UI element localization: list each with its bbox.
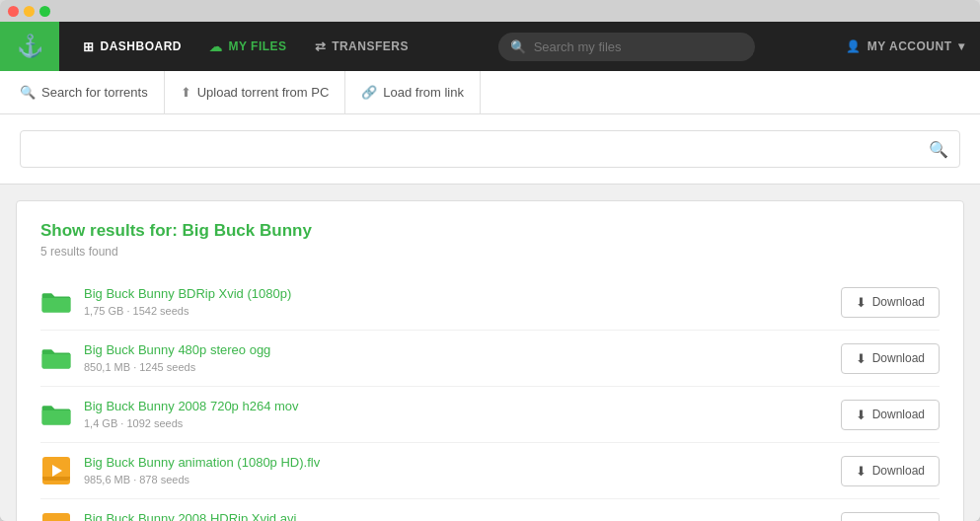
file-info-4: Big Buck Bunny 2008 HDRip Xvid avi 532 M… [84,511,829,521]
close-button[interactable] [8,6,19,17]
file-name-1[interactable]: Big Buck Bunny 480p stereo ogg [84,342,829,357]
minimize-button[interactable] [24,6,35,17]
result-row-0: Big Buck Bunny BDRip Xvid (1080p) 1,75 G… [40,274,940,331]
cloud-icon: ☁ [209,39,223,54]
results-title: Show results for: Big Buck Bunny [40,221,940,241]
file-info-3: Big Buck Bunny animation (1080p HD).flv … [84,455,829,486]
subnav-search-label: Search for torrents [41,85,148,100]
nav-search-area: 🔍 [422,33,830,61]
nav-myfiles[interactable]: ☁ My Files [195,22,301,71]
file-info-0: Big Buck Bunny BDRip Xvid (1080p) 1,75 G… [84,286,829,318]
file-meta-1: 850,1 MB · 1245 seeds [84,361,195,373]
nav-dashboard-label: Dashboard [101,39,183,53]
upload-icon: ⬆ [181,85,191,100]
subnav-upload-label: Upload torrent from PC [197,85,330,100]
download-icon-1: ⬇ [856,351,867,366]
results-query: Big Buck Bunny [183,221,312,240]
maximize-button[interactable] [39,6,50,17]
file-name-2[interactable]: Big Buck Bunny 2008 720p h264 mov [84,399,829,413]
file-name-0[interactable]: Big Buck Bunny BDRip Xvid (1080p) [84,286,829,301]
navbar: ⚓ ⊞ Dashboard ☁ My Files ⇄ Transfers 🔍 [0,22,980,71]
download-icon-3: ⬇ [856,464,867,479]
nav-transfers-label: Transfers [332,39,409,53]
nav-dashboard[interactable]: ⊞ Dashboard [69,22,195,71]
file-icon-3 [40,455,72,486]
chevron-down-icon: ▾ [958,39,965,53]
file-icon-2 [40,399,72,430]
svg-rect-3 [42,513,70,521]
file-info-1: Big Buck Bunny 480p stereo ogg 850,1 MB … [84,342,829,374]
result-row-1: Big Buck Bunny 480p stereo ogg 850,1 MB … [40,331,940,387]
logo[interactable]: ⚓ [0,22,59,71]
titlebar [0,0,980,22]
nav-search-input[interactable] [498,33,755,61]
result-row-2: Big Buck Bunny 2008 720p h264 mov 1,4 GB… [40,387,940,443]
search-icon: 🔍 [20,85,36,100]
account-icon: 👤 [846,39,862,53]
subnav-load-link[interactable]: 🔗 Load from link [345,71,481,114]
result-row-4: Big Buck Bunny 2008 HDRip Xvid avi 532 M… [40,499,940,521]
results-area: Show results for: Big Buck Bunny 5 resul… [16,200,964,521]
file-icon-1 [40,342,72,374]
subnav-search-torrents[interactable]: 🔍 Search for torrents [20,71,165,114]
traffic-lights [8,6,50,17]
main-content: 🔍 Search for torrents ⬆ Upload torrent f… [0,71,980,521]
transfer-icon: ⇄ [315,39,327,54]
results-count: 5 results found [40,245,940,259]
dashboard-icon: ⊞ [83,39,95,54]
download-button-2[interactable]: ⬇ Download [841,400,940,430]
download-button-4[interactable]: ⬇ Download [841,512,940,522]
search-box-wrap: Big Buck Bunny 🔍 [20,130,960,168]
search-box-icon: 🔍 [929,140,948,159]
search-section: Big Buck Bunny 🔍 [0,114,980,185]
download-button-3[interactable]: ⬇ Download [841,456,940,486]
sub-nav: 🔍 Search for torrents ⬆ Upload torrent f… [0,71,980,114]
nav-myfiles-label: My Files [229,39,287,53]
file-name-3[interactable]: Big Buck Bunny animation (1080p HD).flv [84,455,829,470]
nav-items: ⊞ Dashboard ☁ My Files ⇄ Transfers [69,22,422,71]
subnav-link-label: Load from link [383,85,464,100]
logo-icon: ⚓ [17,34,43,59]
file-icon-0 [40,286,72,318]
download-icon-2: ⬇ [856,408,867,422]
download-button-0[interactable]: ⬇ Download [841,287,940,318]
nav-transfers[interactable]: ⇄ Transfers [301,22,422,71]
file-meta-0: 1,75 GB · 1542 seeds [84,305,188,317]
download-icon-0: ⬇ [856,295,867,310]
file-name-4[interactable]: Big Buck Bunny 2008 HDRip Xvid avi [84,511,829,521]
file-icon-4 [40,511,72,521]
file-meta-2: 1,4 GB · 1092 seeds [84,417,183,429]
app-window: ⚓ ⊞ Dashboard ☁ My Files ⇄ Transfers 🔍 [0,0,980,521]
search-input[interactable]: Big Buck Bunny [20,130,960,168]
account-menu[interactable]: 👤 My Account ▾ [830,39,980,53]
subnav-upload-pc[interactable]: ⬆ Upload torrent from PC [165,71,346,114]
file-info-2: Big Buck Bunny 2008 720p h264 mov 1,4 GB… [84,399,829,430]
download-button-1[interactable]: ⬇ Download [841,343,940,374]
nav-search-wrap: 🔍 [498,33,755,61]
result-row-3: Big Buck Bunny animation (1080p HD).flv … [40,443,940,499]
file-meta-3: 985,6 MB · 878 seeds [84,474,189,485]
account-label: My Account [867,39,952,53]
link-icon: 🔗 [361,85,377,100]
